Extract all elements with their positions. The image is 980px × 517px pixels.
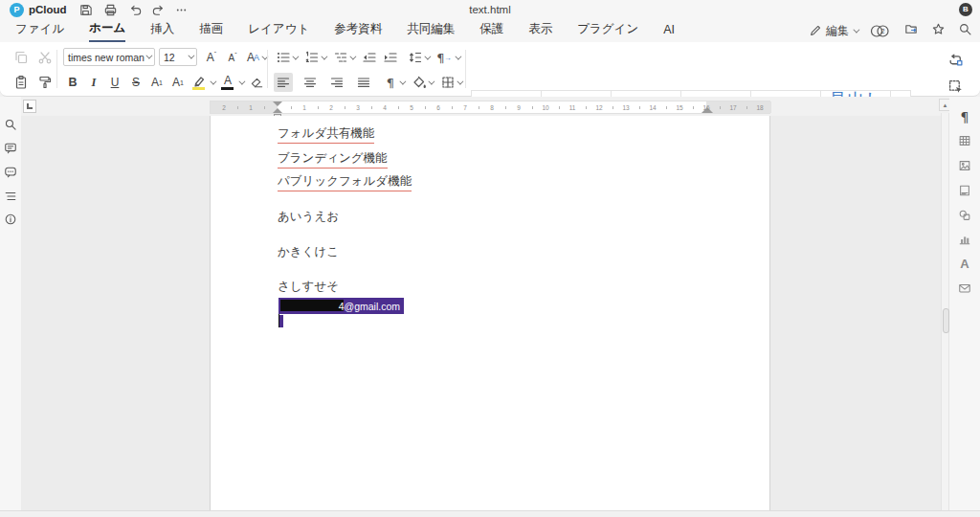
horizontal-ruler[interactable]: 21123456789101112131415161718 [210, 101, 770, 114]
strikethrough-button[interactable]: S [126, 73, 145, 92]
ruler-number: 5 [410, 104, 413, 111]
paragraph-text[interactable]: さしすせそ [278, 279, 339, 295]
tab-plugins[interactable]: プラグイン [577, 18, 638, 41]
selected-email-text[interactable]: 4@gmail.com [278, 298, 404, 314]
ruler-number: 8 [490, 104, 494, 111]
email-visible-text: 4@gmail.com [339, 301, 400, 312]
chevron-down-icon [238, 78, 245, 84]
chat-button[interactable] [3, 165, 18, 180]
align-left-button[interactable] [274, 73, 293, 92]
header-footer-settings-button[interactable] [957, 183, 972, 198]
tab-layout[interactable]: レイアウト [248, 18, 309, 41]
font-name-select[interactable]: times new roman [63, 48, 155, 66]
decrease-indent-icon [362, 50, 377, 65]
about-button[interactable] [3, 212, 18, 227]
tab-view[interactable]: 表示 [528, 18, 552, 41]
ruler-tick [371, 106, 372, 109]
ruler-tick [425, 106, 426, 109]
shading-dropdown[interactable] [425, 73, 434, 92]
tab-insert[interactable]: 挿入 [150, 18, 174, 41]
select-all-button[interactable] [946, 77, 965, 96]
document-page[interactable]: フォルダ共有機能 ブランディング機能 パブリックフォルダ機能 あいうえお かきく… [210, 116, 770, 510]
clear-formatting-button[interactable] [247, 73, 266, 92]
borders-dropdown[interactable] [454, 73, 463, 92]
text-art-settings-button[interactable]: A [957, 256, 972, 271]
search-button[interactable] [958, 22, 972, 39]
bold-button[interactable]: B [63, 73, 82, 92]
favorite-button[interactable] [931, 22, 946, 39]
font-size-select[interactable]: 12 [159, 48, 197, 66]
font-color-dropdown[interactable] [235, 73, 245, 92]
numbered-list-dropdown[interactable] [318, 48, 327, 67]
tab-collaboration[interactable]: 共同編集 [407, 18, 455, 41]
underlined-heading[interactable]: フォルダ共有機能 [278, 125, 374, 144]
menu-tabs: ファイル ホーム 挿入 描画 レイアウト 参考資料 共同編集 保護 表示 プラグ… [15, 19, 675, 40]
superscript-button[interactable]: A1 [147, 73, 167, 92]
italic-button[interactable]: I [84, 73, 103, 92]
tab-ai[interactable]: AI [663, 20, 675, 40]
paragraph-direction-dropdown[interactable] [452, 48, 461, 67]
vertical-scrollbar[interactable] [941, 113, 949, 517]
paragraph-direction-button[interactable]: ¶→ [434, 48, 454, 67]
ruler-tick [586, 106, 587, 109]
chevron-down-icon [457, 78, 463, 84]
shape-settings-button[interactable] [957, 208, 972, 223]
collaborators-button[interactable]: 2 [870, 24, 891, 38]
bullet-list-dropdown[interactable] [289, 48, 299, 67]
ruler-tick [693, 106, 694, 109]
underlined-heading[interactable]: ブランディング機能 [278, 150, 388, 169]
home-toolbar: times new roman 12 Aˆ Aˇ AA B I U S A1 A… [0, 42, 980, 97]
paragraph-text[interactable]: かきくけこ [278, 244, 339, 260]
decrease-indent-button[interactable] [360, 48, 379, 67]
align-right-button[interactable] [327, 73, 346, 92]
tab-draw[interactable]: 描画 [199, 18, 223, 41]
change-case-button[interactable]: AA [244, 48, 269, 67]
tab-stop-selector[interactable] [23, 100, 36, 113]
paste-button[interactable] [11, 73, 31, 92]
copy-button[interactable] [11, 48, 31, 67]
tab-references[interactable]: 参考資料 [334, 18, 382, 41]
folder-open-icon [903, 22, 919, 36]
ruler-tick [720, 106, 721, 109]
text-cursor [278, 314, 280, 327]
hanging-indent-marker[interactable] [273, 108, 282, 113]
document-canvas[interactable]: フォルダ共有機能 ブランディング機能 パブリックフォルダ機能 あいうえお かきく… [21, 116, 941, 510]
format-painter-button[interactable] [35, 73, 55, 92]
underlined-heading[interactable]: パブリックフォルダ機能 [278, 173, 412, 191]
table-settings-button[interactable] [957, 133, 972, 148]
align-center-button[interactable] [301, 73, 320, 92]
edit-mode-button[interactable]: 編集 [809, 23, 858, 39]
mail-merge-button[interactable] [957, 281, 972, 296]
cut-button[interactable] [35, 48, 55, 67]
highlight-color-dropdown[interactable] [207, 73, 216, 92]
document-title: text.html [0, 4, 980, 15]
paragraph-marks-dropdown[interactable] [396, 73, 406, 92]
chart-settings-button[interactable] [957, 232, 972, 247]
highlight-color-button[interactable] [189, 73, 209, 92]
scrollbar-thumb[interactable] [943, 308, 949, 333]
increase-indent-button[interactable] [381, 48, 400, 67]
comments-button[interactable] [3, 141, 18, 156]
paragraph-text[interactable]: あいうえお [278, 209, 339, 225]
ruler-tick [264, 106, 265, 109]
find-button[interactable] [3, 117, 18, 132]
line-spacing-dropdown[interactable] [421, 48, 431, 67]
image-settings-button[interactable] [957, 158, 972, 173]
paragraph-settings-button[interactable]: ¶ [957, 109, 972, 124]
svg-text:2: 2 [881, 28, 885, 34]
tab-protection[interactable]: 保護 [479, 18, 503, 41]
open-file-location-button[interactable] [903, 22, 919, 39]
user-avatar[interactable]: B [959, 3, 972, 16]
subscript-button[interactable]: A1 [168, 73, 188, 92]
decrease-font-size-button[interactable]: Aˇ [223, 48, 242, 67]
first-line-indent-marker[interactable] [273, 101, 282, 106]
increase-font-size-button[interactable]: Aˆ [202, 48, 221, 67]
tab-home[interactable]: ホーム [89, 17, 125, 42]
font-color-button[interactable]: A [218, 73, 237, 92]
replace-button[interactable] [946, 50, 965, 69]
tab-file[interactable]: ファイル [15, 18, 64, 41]
navigation-headings-button[interactable] [3, 189, 18, 204]
multilevel-list-dropdown[interactable] [346, 48, 356, 67]
justify-button[interactable] [354, 73, 373, 92]
underline-button[interactable]: U [105, 73, 124, 92]
